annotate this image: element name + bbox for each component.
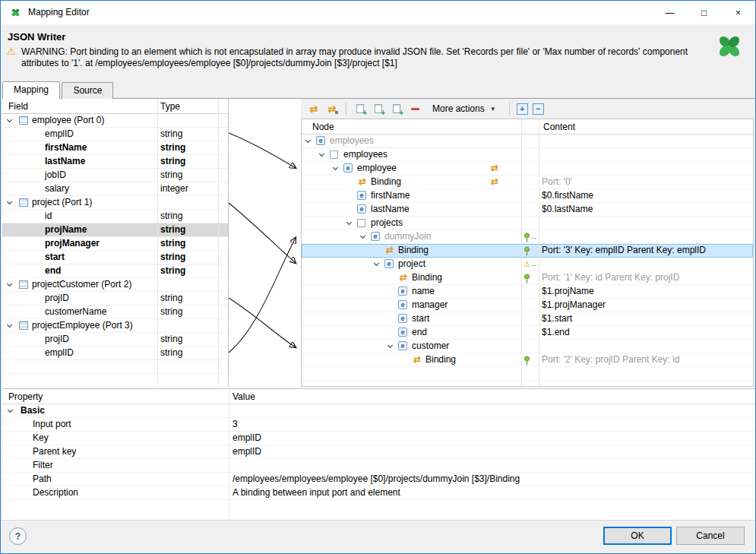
field-row[interactable]: projNamestring [2,223,228,237]
binding-icon: ⇄ [489,176,500,188]
field-group-row[interactable]: projectEmployee (Port 3) [2,319,228,333]
field-row[interactable]: jobIDstring [2,169,228,182]
element-icon: e [343,163,353,173]
expander-icon[interactable] [319,151,324,157]
property-row[interactable]: DescriptionA binding between input port … [2,486,755,500]
tree-row-binding[interactable]: ⇄BindingPort: '1' Key: id Parent Key: pr… [302,271,753,285]
expander-icon[interactable] [333,165,338,170]
field-type: string [160,128,182,141]
tree-row[interactable]: eend$1.end [302,326,753,340]
auto-map-icon[interactable]: ⇄ [307,102,321,116]
property-row[interactable]: Filter [2,459,755,473]
tree-row[interactable]: efirstName$0.firstName [302,189,753,203]
help-button[interactable]: ? [9,527,27,545]
tree-row[interactable]: eemployee⇄ [302,162,753,176]
node-panel: ⇄ ⇄ + + + More actions ▼ + − Node Conten… [301,99,755,387]
window-title: Mapping Editor [28,1,90,24]
property-group-row[interactable]: Basic [2,404,755,418]
expander-icon[interactable] [7,117,12,122]
expander-icon[interactable] [360,233,365,239]
field-row[interactable]: lastNamestring [2,155,228,169]
field-row[interactable]: salaryinteger [2,182,228,196]
tree-row-binding[interactable]: ⇄BindingPort: '2' Key: projID Parent Key… [302,353,753,367]
cancel-button[interactable]: Cancel [676,527,745,545]
value-column-header: Value [232,391,255,402]
expander-icon[interactable] [305,138,311,143]
property-label: Path [33,473,52,486]
port-record-icon [19,198,28,207]
expander-icon[interactable] [346,220,352,225]
more-actions-button[interactable]: More actions ▼ [426,100,502,117]
expander-icon[interactable] [8,407,13,413]
field-row[interactable]: emplIDstring [2,347,228,360]
collapse-all-icon[interactable]: − [533,103,544,115]
property-value[interactable]: emplID [232,432,261,445]
maximize-button[interactable]: □ [687,1,721,24]
field-row[interactable]: endstring [2,264,228,278]
field-group-row[interactable]: project (Port 1) [2,196,228,210]
tree-row[interactable]: projects [302,217,753,230]
field-row[interactable]: emplIDstring [2,128,228,141]
remove-icon[interactable] [408,102,422,116]
property-value[interactable]: /employees/employees/employee [$0]/proje… [232,473,520,486]
tree-node-label: Binding [425,353,456,366]
tree-content-cell: $1.end [542,326,753,340]
port-connected-icon [524,274,530,283]
property-row[interactable]: KeyemplID [2,432,755,445]
field-row[interactable]: idstring [2,210,228,223]
tab-source[interactable]: Source [62,82,113,99]
add-attribute-icon[interactable]: + [390,102,403,116]
tree-row[interactable]: elastName$0.lastName [302,203,753,217]
field-row[interactable]: projManagerstring [2,237,228,251]
field-type: string [160,347,182,359]
tree-row[interactable]: ecustomer [302,340,753,353]
expander-icon[interactable] [374,261,379,266]
tree-node-label: employee [357,162,397,175]
property-value[interactable]: emplID [232,445,261,458]
tab-mapping[interactable]: Mapping [2,81,60,99]
tree-node-label: firstName [371,189,410,202]
tree-row[interactable]: eemployees [302,135,753,148]
close-button[interactable]: × [721,1,755,24]
property-value[interactable]: 3 [232,418,238,431]
tree-row-binding[interactable]: ⇄BindingPort: '3' Key: emplID Parent Key… [302,244,753,258]
tree-node-cell: eproject [302,258,521,271]
tree-node-cell: elastName [302,203,521,217]
field-label: customerName [45,305,106,318]
field-row[interactable]: firstNamestring [2,141,228,155]
edit-binding-icon[interactable]: ⇄ [325,102,339,116]
tree-row[interactable]: estart$1.start [302,312,753,326]
expander-icon[interactable] [7,322,12,328]
field-row[interactable]: customerNamestring [2,305,228,319]
element-icon: e [316,136,325,145]
ok-button[interactable]: OK [603,527,672,545]
tree-row[interactable]: employees [302,148,753,162]
property-value[interactable]: A binding between input port and element [232,486,400,499]
warning-message: WARNING: Port binding to an element whic… [21,46,694,69]
column-divider [539,119,539,386]
minimize-button[interactable]: — [653,1,687,24]
expander-icon[interactable] [7,281,12,286]
tree-row[interactable]: edummyJoin-- [302,230,753,244]
add-element-icon[interactable]: + [372,102,385,116]
tree-row-binding[interactable]: ⇄Binding⇄Port: '0' [302,176,753,189]
property-row[interactable]: Parent keyemplID [2,445,755,459]
tree-row[interactable]: emanager$1.projManager [302,299,753,312]
expander-icon[interactable] [387,343,393,348]
property-row[interactable]: Path/employees/employees/employee [$0]/p… [2,473,755,486]
tree-node-label: end [412,326,427,339]
field-label: projID [45,333,69,346]
tree-row[interactable]: ename$1.projName [302,285,753,299]
property-row[interactable]: Input port3 [2,418,755,432]
field-row[interactable]: startstring [2,251,228,264]
field-row[interactable]: projIDstring [2,333,228,347]
binding-icon: ⇄ [398,271,409,284]
field-group-row[interactable]: projectCustomer (Port 2) [2,278,228,292]
add-child-element-icon[interactable]: + [353,102,367,116]
field-group-row[interactable]: employee (Port 0) [2,114,228,128]
more-actions-label: More actions [432,103,485,114]
field-row[interactable]: projIDstring [2,292,228,305]
tree-row[interactable]: eproject⚠-- [302,258,753,271]
expander-icon[interactable] [7,199,12,204]
expand-all-icon[interactable]: + [517,103,528,115]
